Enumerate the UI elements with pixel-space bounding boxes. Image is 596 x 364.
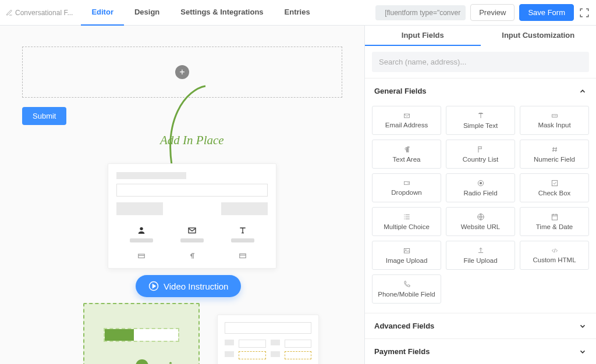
svg-rect-12 <box>552 180 557 185</box>
search-input[interactable] <box>372 52 589 72</box>
field-file-upload[interactable]: File Upload <box>446 241 515 270</box>
chevron-down-icon <box>579 322 587 330</box>
shortcode-box[interactable]: [fluentform type="conver <box>375 5 466 20</box>
field-custom-html[interactable]: Custom HTML <box>520 241 589 270</box>
svg-point-2 <box>140 227 143 230</box>
text-icon <box>238 226 247 235</box>
svg-rect-14 <box>552 215 557 220</box>
preview-button[interactable]: Preview <box>470 4 515 21</box>
section-label: Advanced Fields <box>374 322 434 330</box>
tab-editor[interactable]: Editor <box>81 0 124 26</box>
field-phone[interactable]: Phone/Mobile Field <box>372 274 441 304</box>
field-radio[interactable]: Radio Field <box>446 173 515 202</box>
pencil-icon <box>6 9 13 16</box>
top-bar: Conversational F... Editor Design Settin… <box>0 0 596 26</box>
side-mock-card <box>217 315 319 364</box>
field-checkbox[interactable]: Check Box <box>520 173 589 202</box>
field-website-url[interactable]: Website URL <box>446 207 515 236</box>
field-panel: Input Fields Input Customization General… <box>364 26 596 364</box>
field-country-list[interactable]: Country List <box>446 140 515 169</box>
field-mask-input[interactable]: Mask Input <box>520 106 589 135</box>
field-text-area[interactable]: Text Area <box>372 140 441 169</box>
section-general-fields[interactable]: General Fields <box>365 78 596 104</box>
submit-button[interactable]: Submit <box>22 107 66 125</box>
section-label: General Fields <box>374 87 427 95</box>
tab-entries[interactable]: Entries <box>274 0 321 26</box>
svg-rect-15 <box>404 249 409 254</box>
topbar-left: Conversational F... Editor Design Settin… <box>0 0 321 25</box>
fullscreen-icon[interactable] <box>579 7 590 19</box>
svg-rect-7 <box>404 114 409 118</box>
move-icon <box>166 361 175 364</box>
field-email-address[interactable]: Email Address <box>372 106 441 135</box>
tab-settings[interactable]: Settings & Integrations <box>170 0 274 26</box>
shortcode-text: [fluentform type="conver <box>385 9 460 17</box>
field-time-date[interactable]: Time & Date <box>520 207 589 236</box>
video-instruction-button[interactable]: Video Instruction <box>136 275 241 297</box>
save-form-button[interactable]: Save Form <box>519 4 574 21</box>
general-field-grid: Email Address Simple Text Mask Input Tex… <box>365 104 596 313</box>
tab-input-customization[interactable]: Input Customization <box>481 26 597 46</box>
paragraph-icon <box>188 252 196 260</box>
tab-input-fields[interactable]: Input Fields <box>365 26 481 46</box>
play-circle-icon <box>148 281 159 291</box>
chevron-down-icon <box>579 348 587 356</box>
add-field-button[interactable]: + <box>175 65 189 79</box>
main: + Submit Add In Place <box>0 26 596 364</box>
topbar-right: [fluentform type="conver Preview Save Fo… <box>375 4 596 21</box>
tab-design[interactable]: Design <box>124 0 170 26</box>
user-icon <box>137 226 146 235</box>
credit-card-icon <box>238 252 247 260</box>
mock-card <box>108 163 276 269</box>
field-dropdown[interactable]: Dropdown <box>372 173 441 202</box>
svg-rect-5 <box>239 254 246 258</box>
illustration: Add In Place <box>37 130 328 364</box>
field-image-upload[interactable]: Image Upload <box>372 241 441 270</box>
section-label: Payment Fields <box>374 347 430 356</box>
canvas-pane: + Submit Add In Place <box>0 26 364 364</box>
form-name-text: Conversational F... <box>15 9 73 17</box>
drag-drop-illustration: + <box>83 303 200 364</box>
video-btn-label: Video Instruction <box>164 281 228 291</box>
field-numeric[interactable]: Numeric Field <box>520 140 589 169</box>
section-advanced-fields[interactable]: Advanced Fields <box>365 313 596 338</box>
card-icon <box>137 252 146 260</box>
svg-point-11 <box>480 182 482 184</box>
envelope-icon <box>187 226 197 235</box>
drag-add-icon: + <box>136 359 148 364</box>
svg-rect-4 <box>139 254 145 258</box>
chevron-up-icon <box>579 87 587 95</box>
form-name[interactable]: Conversational F... <box>6 9 81 17</box>
field-simple-text[interactable]: Simple Text <box>446 106 515 135</box>
field-multiple-choice[interactable]: Multiple Choice <box>372 207 441 236</box>
section-payment-fields[interactable]: Payment Fields <box>365 338 596 364</box>
panel-tabs: Input Fields Input Customization <box>365 26 596 46</box>
search-wrap <box>365 46 596 78</box>
